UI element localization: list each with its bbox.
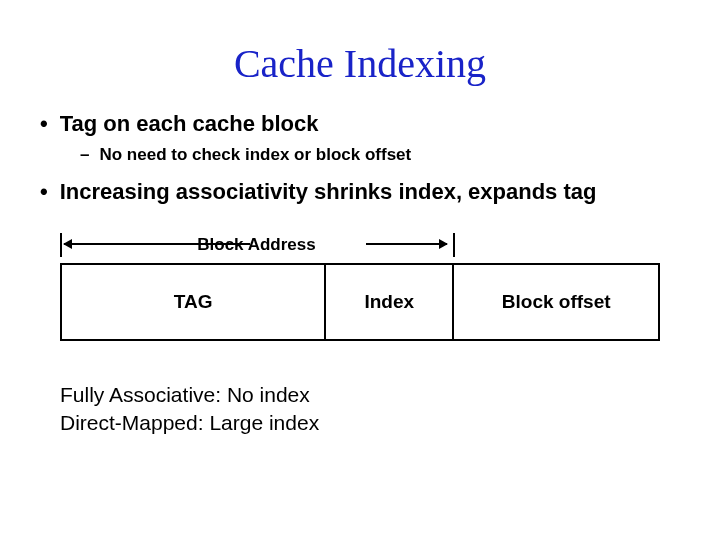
bullet-item-2: • Increasing associativity shrinks index…	[40, 179, 690, 205]
note-line-1: Fully Associative: No index	[60, 381, 690, 409]
bullet-text: No need to check index or block offset	[99, 145, 411, 165]
bullet-item-1: • Tag on each cache block	[40, 111, 690, 137]
bullet-text: Increasing associativity shrinks index, …	[60, 179, 597, 205]
bullet-dash-icon: –	[80, 145, 89, 165]
bullet-item-1-sub: – No need to check index or block offset	[80, 145, 690, 165]
field-offset: Block offset	[452, 265, 658, 339]
note-line-2: Direct-Mapped: Large index	[60, 409, 690, 437]
bullet-text: Tag on each cache block	[60, 111, 319, 137]
block-address-label: Block Address	[60, 235, 453, 255]
bullet-dot-icon: •	[40, 111, 48, 137]
bullet-dot-icon: •	[40, 179, 48, 205]
field-tag: TAG	[62, 265, 324, 339]
notes: Fully Associative: No index Direct-Mappe…	[60, 381, 690, 438]
field-index: Index	[324, 265, 452, 339]
slide-title: Cache Indexing	[30, 40, 690, 87]
address-fields: TAG Index Block offset	[60, 263, 660, 341]
block-address-span: Block Address	[60, 233, 660, 259]
bullet-list: • Tag on each cache block – No need to c…	[30, 111, 690, 205]
address-diagram: Block Address TAG Index Block offset	[30, 233, 690, 341]
